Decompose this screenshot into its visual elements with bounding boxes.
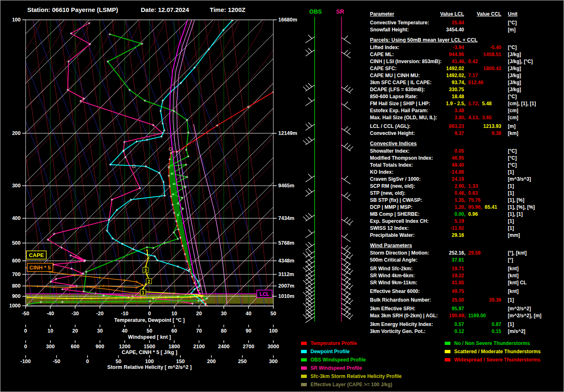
legend-label: OBS Windspeed Profile xyxy=(310,357,366,363)
svg-text:1010m: 1010m xyxy=(278,293,294,299)
table-row: Lifted Index:-3.94-5.40[°C] xyxy=(370,45,564,52)
axis-temperature: -50-40-30-20-1001020304050Temperature, D… xyxy=(22,306,276,323)
wind-barb xyxy=(303,213,315,222)
legend-item: Dewpoint Profile xyxy=(301,349,402,357)
svg-text:9465m: 9465m xyxy=(278,183,294,189)
cape-label: CAPE xyxy=(26,251,46,259)
svg-text:2700: 2700 xyxy=(243,344,254,349)
legend-item: Sfc-3km Storm Relative Helicity Profile xyxy=(301,373,402,382)
wind-barb xyxy=(306,123,315,131)
svg-text:500: 500 xyxy=(12,240,21,246)
wind-barb xyxy=(341,267,353,275)
legend-label: Sfc-3km Storm Relative Helicity Profile xyxy=(310,373,402,379)
table-row: CINH | LSI (Inversion: 853mB):41.46, 0.4… xyxy=(370,59,564,66)
table-row: STP (new, old):0.46, 0.83[1] xyxy=(370,190,564,197)
wind-barb xyxy=(306,189,315,197)
table-row: MB Comp | SHERBE:0.00, 0.96[1], [1] xyxy=(370,211,564,218)
svg-text:20: 20 xyxy=(196,311,202,316)
svg-text:OBS: OBS xyxy=(309,8,322,15)
wind-column-obs: OBS xyxy=(303,8,322,323)
wind-column-sr: SR xyxy=(336,8,353,321)
table-row: 3km Energy Helicity Index:0.570.87[1] xyxy=(370,321,564,328)
wind-barb xyxy=(303,83,315,92)
table-section-header: Convective Indices xyxy=(370,141,564,146)
table-row: SR Wind 9km-11km:41.85[knt] CL xyxy=(370,280,564,287)
axis-windspeed: 0102030405060708090100Windspeed [ knt ] xyxy=(24,325,278,340)
wind-barb xyxy=(306,242,315,250)
wind-barb xyxy=(303,250,315,258)
wind-barb xyxy=(341,217,353,226)
table-row: Total Totals Index:49.40[°C] xyxy=(370,162,564,169)
svg-text:1: 1 xyxy=(142,290,145,295)
svg-text:0: 0 xyxy=(24,328,27,334)
table-row: Max. Hail Size (OLD, MU, IL):3.80, 4.13,… xyxy=(370,115,564,122)
svg-text:60: 60 xyxy=(171,328,177,334)
wind-barb xyxy=(341,297,353,305)
table-row: CAPE SFC:1492.021800.43[J/kg] xyxy=(370,66,564,73)
svg-text:LCL: LCL xyxy=(260,291,269,297)
table-row: SCP RM (new, old):2.90, 1.33[1] xyxy=(370,183,564,190)
legend-swatch xyxy=(301,375,307,378)
table-row: 850-600 Lapse Rate:18.48[°C] xyxy=(370,94,564,101)
svg-text:20: 20 xyxy=(72,328,78,334)
table-row: DCAPE (LFS = 630mB):330.75[J/kg] xyxy=(370,87,564,94)
wind-barb xyxy=(341,193,351,201)
svg-text:600: 600 xyxy=(71,344,80,349)
svg-text:CAPE, CINH * 5 [ J/kg ]: CAPE, CINH * 5 [ J/kg ] xyxy=(122,349,178,355)
table-row: Storm Direction | Motion:252.16, 29.59[°… xyxy=(370,250,564,257)
wind-barb xyxy=(341,234,351,242)
table-row: CAPE ML:944.961458.51[J/kg] xyxy=(370,52,564,59)
legend-swatch xyxy=(301,366,307,370)
legend-swatch xyxy=(301,358,307,361)
svg-text:0: 0 xyxy=(86,359,89,364)
svg-text:90: 90 xyxy=(246,328,251,334)
table-row: Bulk Richardson Number:25.5039.36[1] xyxy=(370,297,564,304)
lcl-label: LCL xyxy=(257,290,272,298)
legend-item: Widespread / Severe Thunderstorms xyxy=(445,357,540,365)
svg-text:-20: -20 xyxy=(96,311,104,316)
table-section-header: Wind Parameters xyxy=(370,243,564,248)
legend-swatch xyxy=(301,383,307,386)
svg-text:200: 200 xyxy=(12,130,21,136)
wind-barb xyxy=(306,174,315,182)
svg-text:4348m: 4348m xyxy=(278,258,294,264)
table-row: SR Wind 4km-6km:19.22[knt] xyxy=(370,273,564,280)
wind-barb xyxy=(303,137,315,145)
wind-barb xyxy=(341,176,351,184)
svg-text:16680m: 16680m xyxy=(278,17,297,23)
table-row: CAPE MU | CINH MU:1492.02, 7.17[J/kg] xyxy=(370,73,564,80)
svg-text:-50: -50 xyxy=(22,311,29,316)
table-row: SWISS 12 Index:-11.92[1] xyxy=(370,225,564,232)
svg-text:Storm Relative Helicity [ m^2/: Storm Relative Helicity [ m^2/s^2 ] xyxy=(107,364,192,370)
svg-text:30: 30 xyxy=(97,328,103,334)
svg-text:100: 100 xyxy=(12,17,21,23)
svg-text:800: 800 xyxy=(12,283,21,289)
svg-text:300: 300 xyxy=(46,344,55,349)
svg-text:1800: 1800 xyxy=(168,344,180,349)
svg-text:7434m: 7434m xyxy=(278,215,294,221)
wind-barb xyxy=(341,50,351,59)
wind-barb xyxy=(341,102,351,110)
legend-swatch xyxy=(445,358,450,361)
legend-swatch xyxy=(445,350,450,353)
table-row: LCL / CCL (AGL):863.231213.93[m] xyxy=(370,123,564,130)
km-markers: 321 xyxy=(140,267,152,295)
wind-barb xyxy=(341,246,351,254)
svg-text:1000: 1000 xyxy=(9,303,21,309)
wind-barb xyxy=(341,36,351,44)
svg-text:Windspeed [ knt ]: Windspeed [ knt ] xyxy=(128,334,171,340)
wind-barb xyxy=(306,48,315,57)
svg-text:400: 400 xyxy=(12,215,21,221)
wind-barb xyxy=(341,312,353,320)
svg-text:-100: -100 xyxy=(20,359,31,364)
parameter-table: ParameterValue LCLValue CCLUnitConvectiv… xyxy=(370,11,564,335)
table-row: Convective Height:9.379.38[km] xyxy=(370,130,564,137)
svg-text:3112m: 3112m xyxy=(278,272,294,277)
axis-cape: 03006009001200150018002100240027003000CA… xyxy=(24,340,279,355)
legend-label: No / Non Severe Thunderstorms xyxy=(454,340,530,346)
table-row: SB STP (fix) | CWASP:1.35, 75.76[1], [%] xyxy=(370,197,564,204)
wind-barb xyxy=(306,35,315,43)
svg-text:200: 200 xyxy=(207,359,216,364)
table-row: Max 3km SRH (0-2km) | AGL:190.69, 1169.0… xyxy=(370,313,564,320)
table-row: Showalter Index:0.05[°C] xyxy=(370,148,564,155)
